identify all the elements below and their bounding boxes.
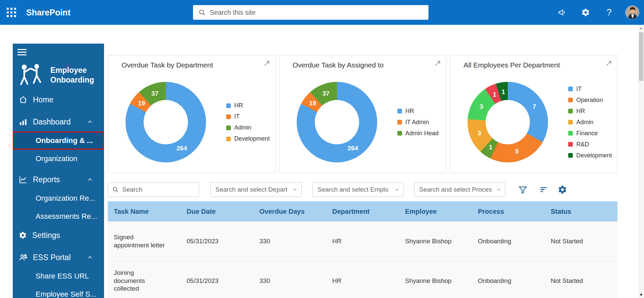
megaphone-icon[interactable] bbox=[555, 5, 569, 20]
chevron-down-icon bbox=[394, 187, 400, 193]
legend-label: Admin Head bbox=[405, 130, 439, 137]
task-search-input[interactable] bbox=[122, 186, 193, 193]
sidebar-item-share-ess-url[interactable]: Share ESS URL bbox=[13, 267, 104, 285]
suite-bar-actions: ? bbox=[555, 0, 639, 25]
sidebar-item-assessments-report[interactable]: Assessments Re... bbox=[13, 207, 104, 226]
column-header[interactable]: Process bbox=[472, 208, 545, 215]
table-settings-gear-icon[interactable] bbox=[557, 184, 568, 196]
legend-swatch bbox=[568, 142, 573, 147]
legend-item[interactable]: HR bbox=[568, 106, 612, 117]
sidebar-item-employee-self-service[interactable]: Employee Self S... bbox=[13, 285, 104, 298]
chevron-up-icon bbox=[87, 176, 93, 183]
dashboard-main: Overdue Task by Department 2641937 HRITA… bbox=[108, 55, 617, 298]
legend-label: R&D bbox=[576, 141, 589, 148]
legend-item[interactable]: HR bbox=[397, 106, 439, 117]
legend-item[interactable]: IT bbox=[226, 111, 270, 122]
reports-icon bbox=[19, 175, 28, 184]
gear-icon bbox=[19, 231, 27, 239]
column-header[interactable]: Due Date bbox=[181, 208, 253, 215]
slice-value-label: 37 bbox=[151, 90, 158, 97]
table-cell: Signed appointment letter bbox=[108, 233, 181, 249]
scrollbar-thumb[interactable] bbox=[639, 32, 643, 81]
slice-value-label: 264 bbox=[347, 145, 358, 152]
legend-swatch bbox=[568, 153, 573, 158]
legend-item[interactable]: Admin Head bbox=[397, 128, 439, 139]
table-cell: Onboarding bbox=[472, 237, 545, 245]
donut-chart[interactable]: 7513311 bbox=[467, 82, 548, 162]
column-header[interactable]: Employee bbox=[399, 208, 472, 215]
sidebar-item-reports[interactable]: Reports bbox=[13, 170, 104, 189]
department-dropdown[interactable]: Search and select Depart bbox=[210, 182, 302, 197]
home-icon bbox=[19, 95, 28, 104]
legend-item[interactable]: Finance bbox=[568, 128, 612, 139]
sidebar-item-organization[interactable]: Organization bbox=[13, 150, 104, 168]
chart-legend: HRITAdminDevelopment bbox=[226, 100, 270, 144]
filter-funnel-icon[interactable] bbox=[517, 184, 529, 196]
slice-value-label: 5 bbox=[515, 148, 519, 155]
sort-lines-icon[interactable] bbox=[538, 184, 549, 196]
table-body: Signed appointment letter05/31/2023330HR… bbox=[108, 221, 617, 298]
table-cell: 330 bbox=[253, 277, 326, 285]
column-header[interactable]: Task Name bbox=[108, 208, 181, 215]
legend-label: IT Admin bbox=[405, 119, 429, 126]
donut-hole bbox=[315, 100, 359, 144]
table-cell: HR bbox=[326, 277, 399, 285]
legend-item[interactable]: Admin bbox=[568, 117, 612, 128]
sidebar-item-organization-report[interactable]: Organization Re... bbox=[13, 189, 104, 207]
account-avatar[interactable] bbox=[625, 5, 639, 19]
table-cell: 05/31/2023 bbox=[181, 277, 253, 285]
donut-chart[interactable]: 2641937 bbox=[297, 82, 377, 162]
chart-legend: HRIT AdminAdmin Head bbox=[397, 106, 439, 139]
legend-item[interactable]: Admin bbox=[226, 122, 270, 133]
legend-swatch bbox=[397, 109, 402, 113]
scroll-up-icon[interactable]: ▲ bbox=[638, 25, 644, 31]
column-header[interactable]: Department bbox=[326, 208, 399, 215]
chevron-up-icon bbox=[87, 118, 93, 125]
slice-value-label: 19 bbox=[138, 100, 145, 107]
legend-item[interactable]: Development bbox=[568, 150, 612, 161]
chevron-down-icon bbox=[496, 187, 502, 193]
app-logo-row: Employee Onboarding bbox=[15, 63, 102, 87]
scroll-down-icon[interactable]: ▼ bbox=[638, 292, 644, 298]
legend-item[interactable]: HR bbox=[226, 100, 270, 111]
sidebar-item-onboarding[interactable]: Onboarding & ... bbox=[13, 132, 104, 150]
help-icon[interactable]: ? bbox=[602, 5, 616, 20]
charts-row: Overdue Task by Department 2641937 HRITA… bbox=[108, 55, 617, 173]
legend-label: Admin bbox=[576, 119, 593, 126]
filter-row: Search and select Depart Search and sele… bbox=[108, 182, 617, 197]
site-search-input[interactable] bbox=[210, 9, 428, 16]
sidebar-item-ess-portal[interactable]: ESS Portal bbox=[13, 248, 104, 267]
expand-chart-icon[interactable] bbox=[604, 59, 613, 68]
settings-gear-icon[interactable] bbox=[578, 5, 593, 20]
legend-item[interactable]: IT Admin bbox=[397, 117, 439, 128]
people-share-icon bbox=[19, 253, 28, 262]
legend-item[interactable]: IT bbox=[568, 84, 612, 95]
sidebar-item-home[interactable]: Home bbox=[13, 90, 104, 109]
sidebar-item-settings[interactable]: Settings bbox=[13, 226, 104, 245]
hamburger-menu-icon[interactable] bbox=[17, 49, 27, 57]
chart-card-employees-per-department: All Employees Per Department 7513311 ITO… bbox=[450, 55, 617, 173]
table-row[interactable]: Joining documents collected05/31/2023330… bbox=[108, 261, 617, 298]
legend-label: HR bbox=[405, 108, 414, 115]
column-header[interactable]: Overdue Days bbox=[253, 208, 326, 215]
employee-dropdown[interactable]: Search and select Emplo bbox=[312, 182, 404, 197]
table-cell: Onboarding bbox=[472, 277, 545, 285]
process-dropdown[interactable]: Search and select Proces bbox=[414, 182, 505, 197]
legend-item[interactable]: R&D bbox=[568, 139, 612, 150]
app-launcher-icon[interactable] bbox=[4, 5, 19, 20]
sharepoint-brand[interactable]: SharePoint bbox=[26, 8, 70, 17]
legend-item[interactable]: Development bbox=[226, 133, 270, 144]
table-row[interactable]: Signed appointment letter05/31/2023330HR… bbox=[108, 221, 617, 261]
donut-chart[interactable]: 2641937 bbox=[126, 82, 206, 162]
slice-value-label: 37 bbox=[323, 90, 330, 97]
sidebar-item-dashboard[interactable]: Dashboard bbox=[13, 112, 104, 132]
expand-chart-icon[interactable] bbox=[433, 59, 442, 68]
column-header[interactable]: Status bbox=[545, 208, 617, 215]
legend-swatch bbox=[226, 126, 231, 130]
table-cell: HR bbox=[326, 237, 399, 245]
table-cell: 05/31/2023 bbox=[181, 237, 253, 245]
page-scrollbar[interactable]: ▲ ▼ bbox=[638, 25, 644, 298]
legend-item[interactable]: Operation bbox=[568, 95, 612, 106]
slice-value-label: 264 bbox=[177, 145, 187, 152]
expand-chart-icon[interactable] bbox=[262, 59, 271, 68]
